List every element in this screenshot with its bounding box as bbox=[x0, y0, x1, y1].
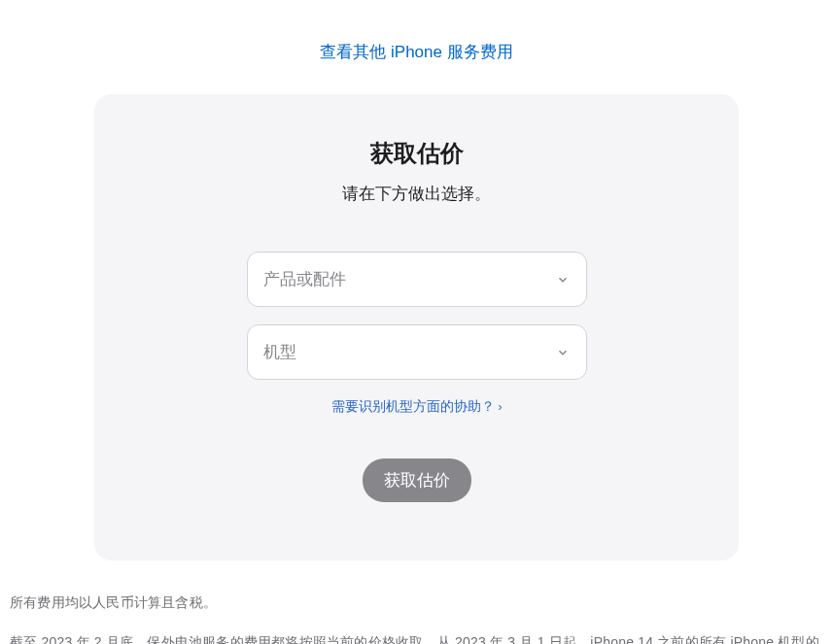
card-title: 获取估价 bbox=[141, 138, 692, 169]
footer-line-2a: 截至 2023 年 2 月底，保外电池服务的费用都将按照当前的价格收取。从 20… bbox=[10, 634, 819, 644]
footer-disclaimer: 所有费用均以人民币计算且含税。 截至 2023 年 2 月底，保外电池服务的费用… bbox=[0, 560, 833, 644]
footer-line-2: 截至 2023 年 2 月底，保外电池服务的费用都将按照当前的价格收取。从 20… bbox=[10, 629, 823, 644]
help-link-label: 需要识别机型方面的协助？ bbox=[331, 398, 495, 414]
help-link-container: 需要识别机型方面的协助？› bbox=[141, 397, 692, 416]
estimate-card: 获取估价 请在下方做出选择。 产品或配件 机型 需要识别机型方面的协助？› 获取… bbox=[94, 94, 739, 560]
footer-line-1: 所有费用均以人民币计算且含税。 bbox=[10, 590, 823, 616]
view-other-services-link[interactable]: 查看其他 iPhone 服务费用 bbox=[320, 43, 512, 61]
product-select[interactable]: 产品或配件 bbox=[247, 252, 587, 307]
product-select-placeholder: 产品或配件 bbox=[263, 268, 346, 290]
model-select-wrapper: 机型 bbox=[247, 324, 587, 380]
top-link-container: 查看其他 iPhone 服务费用 bbox=[0, 0, 833, 94]
card-subtitle: 请在下方做出选择。 bbox=[141, 183, 692, 205]
get-estimate-button[interactable]: 获取估价 bbox=[363, 458, 471, 502]
model-select[interactable]: 机型 bbox=[247, 324, 587, 380]
product-select-wrapper: 产品或配件 bbox=[247, 252, 587, 307]
chevron-right-icon: › bbox=[499, 400, 503, 414]
model-select-placeholder: 机型 bbox=[263, 341, 296, 363]
identify-model-help-link[interactable]: 需要识别机型方面的协助？› bbox=[331, 398, 503, 414]
